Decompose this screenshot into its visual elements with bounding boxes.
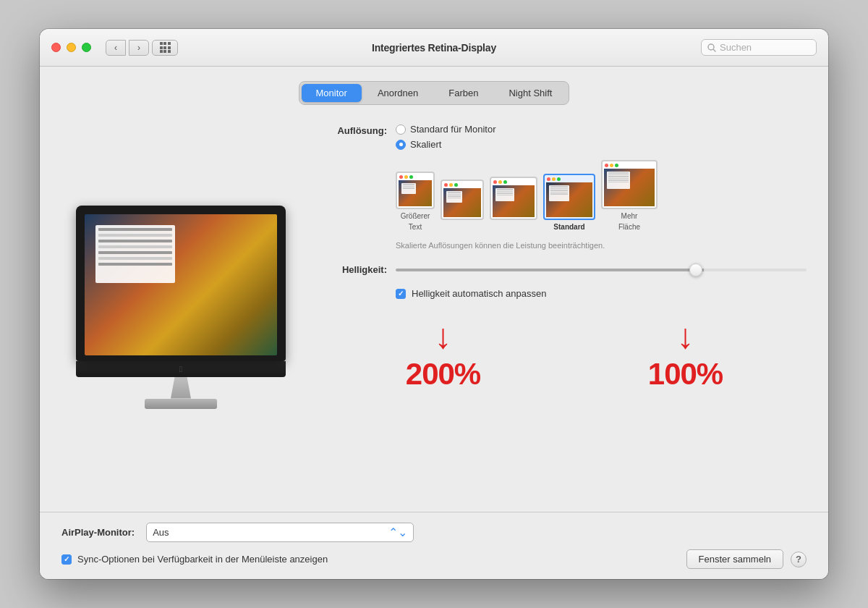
res-thumb-2[interactable] (441, 180, 484, 231)
resolution-section: Auflösung: Standard für Monitor Skaliert (322, 124, 807, 251)
radio-circle-standard (396, 124, 406, 135)
grid-button[interactable] (152, 40, 178, 56)
slider-track (396, 269, 807, 271)
search-box[interactable]: Suchen (701, 39, 817, 56)
traffic-lights (51, 43, 91, 52)
help-button[interactable]: ? (791, 552, 807, 567)
res-label-5a: Mehr (621, 212, 638, 220)
airplay-select[interactable]: Aus ⌃⌄ (146, 523, 414, 542)
arrow-group-100: ↓ 100% (648, 319, 723, 392)
down-arrow-100: ↓ (676, 319, 694, 354)
sync-checkmark-icon: ✓ (64, 556, 69, 563)
airplay-value: Aus (153, 527, 169, 538)
titlebar: ‹ › Integriertes Retina-Display Suchen (40, 29, 828, 67)
res-label-4: Standard (553, 223, 584, 231)
tab-night-shift[interactable]: Night Shift (494, 84, 566, 102)
imac-neck (171, 377, 191, 399)
imac-bezel (76, 206, 286, 361)
resolution-options: Standard für Monitor Skaliert (396, 124, 496, 150)
radio-label-skaliert: Skaliert (410, 139, 441, 150)
auto-brightness-checkbox[interactable]: ✓ (396, 289, 406, 299)
percentage-200: 200% (406, 357, 480, 392)
maximize-button[interactable] (82, 43, 91, 52)
auto-brightness-row: ✓ Helligkeit automatisch anpassen (322, 288, 807, 299)
slider-thumb[interactable] (689, 263, 702, 276)
sync-label: Sync-Optionen bei Verfügbarkeit in der M… (77, 554, 328, 565)
brightness-row: Helligkeit: (322, 264, 807, 275)
bottom-bar: AirPlay-Monitor: Aus ⌃⌄ ✓ Sync-Optionen … (40, 512, 828, 579)
search-placeholder: Suchen (720, 42, 752, 53)
scaled-note: Skalierte Auflösungen können die Leistun… (396, 241, 605, 250)
resolution-thumbnails: Größerer Text (322, 160, 807, 231)
res-thumb-5[interactable]: Mehr Fläche (601, 160, 658, 231)
brightness-label: Helligkeit: (322, 264, 387, 275)
auto-brightness-label: Helligkeit automatisch anpassen (412, 288, 546, 299)
sync-checkbox[interactable]: ✓ (61, 554, 72, 565)
imac-base (145, 399, 217, 409)
tab-farben[interactable]: Farben (434, 84, 493, 102)
checkmark-icon: ✓ (398, 290, 404, 297)
apple-logo:  (179, 364, 182, 374)
grid-icon (160, 42, 171, 53)
bottom-right-buttons: Fenster sammeln ? (686, 549, 807, 569)
resolution-label: Auflösung: (322, 124, 387, 136)
airplay-row: AirPlay-Monitor: Aus ⌃⌄ (61, 523, 807, 542)
imac-screen (85, 214, 277, 355)
close-button[interactable] (51, 43, 61, 52)
svg-line-1 (714, 49, 716, 51)
imac-chin:  (76, 361, 286, 377)
back-button[interactable]: ‹ (106, 40, 126, 56)
svg-point-0 (708, 44, 714, 50)
radio-label-standard: Standard für Monitor (410, 124, 496, 135)
chevron-icon: ⌃⌄ (388, 525, 407, 539)
airplay-label: AirPlay-Monitor: (61, 527, 135, 538)
nav-buttons: ‹ › (106, 40, 149, 56)
radio-standard[interactable]: Standard für Monitor (396, 124, 496, 135)
sync-row: ✓ Sync-Optionen bei Verfügbarkeit in der… (61, 549, 807, 569)
arrow-group-200: ↓ 200% (406, 319, 480, 392)
main-section:  Auflösung: Standard für Monitor (61, 117, 807, 497)
tab-anordnen[interactable]: Anordnen (363, 84, 433, 102)
settings-panel: Auflösung: Standard für Monitor Skaliert (322, 117, 807, 497)
res-label-1b: Text (409, 223, 422, 231)
main-window: ‹ › Integriertes Retina-Display Suchen (40, 29, 828, 579)
brightness-slider[interactable] (396, 269, 807, 271)
res-thumb-1[interactable]: Größerer Text (396, 172, 435, 231)
tab-monitor[interactable]: Monitor (302, 84, 362, 102)
sync-option: ✓ Sync-Optionen bei Verfügbarkeit in der… (61, 554, 328, 565)
res-label-5b: Fläche (618, 223, 640, 231)
scaled-note-container: Skalierte Auflösungen können die Leistun… (322, 238, 807, 251)
resolution-row: Auflösung: Standard für Monitor Skaliert (322, 124, 807, 150)
forward-icon: › (137, 43, 140, 53)
res-label-1a: Größerer (401, 212, 430, 220)
arrows-section: ↓ 200% ↓ 100% (322, 312, 807, 392)
forward-button[interactable]: › (129, 40, 149, 56)
down-arrow-200: ↓ (434, 319, 451, 354)
radio-circle-skaliert (396, 140, 406, 150)
screen-document (95, 225, 175, 283)
res-label-2 (461, 223, 464, 231)
res-label-3 (513, 223, 515, 231)
content-area: Monitor Anordnen Farben Night Shift (40, 67, 828, 512)
imac-display:  (76, 206, 286, 409)
tabs-bar: Monitor Anordnen Farben Night Shift (61, 81, 807, 105)
radio-skaliert[interactable]: Skaliert (396, 139, 496, 150)
bottom-content: AirPlay-Monitor: Aus ⌃⌄ ✓ Sync-Optionen … (61, 523, 807, 569)
res-thumb-4[interactable]: Standard (543, 174, 595, 231)
res-thumb-3[interactable] (490, 177, 537, 231)
search-icon (707, 43, 716, 52)
tab-group: Monitor Anordnen Farben Night Shift (299, 81, 570, 105)
window-title: Integriertes Retina-Display (372, 42, 496, 54)
percentage-100: 100% (648, 357, 723, 392)
back-icon: ‹ (114, 43, 117, 53)
fenster-sammeln-button[interactable]: Fenster sammeln (686, 549, 783, 569)
minimize-button[interactable] (67, 43, 76, 52)
monitor-preview:  (61, 117, 300, 497)
